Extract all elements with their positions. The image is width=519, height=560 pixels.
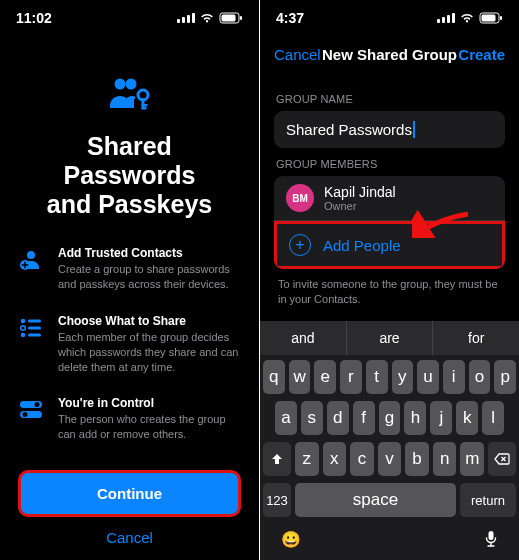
cancel-button[interactable]: Cancel: [18, 517, 241, 560]
shared-passwords-hero-icon: [18, 76, 241, 114]
cellular-icon: [177, 13, 195, 23]
key-l[interactable]: l: [482, 401, 504, 435]
member-role: Owner: [324, 200, 493, 212]
key-i[interactable]: i: [443, 360, 465, 394]
feature-desc: Each member of the group decides which p…: [58, 330, 241, 375]
svg-rect-22: [482, 15, 496, 22]
member-name: Kapil Jindal: [324, 184, 493, 200]
svg-point-15: [21, 333, 26, 338]
status-bar: 4:37: [260, 0, 519, 36]
wifi-icon: [199, 12, 215, 24]
cellular-icon: [437, 13, 455, 23]
member-row[interactable]: BM Kapil Jindal Owner: [274, 176, 505, 221]
svg-rect-14: [28, 326, 41, 329]
new-group-screen: 4:37 Cancel New Shared Group Create GROU…: [260, 0, 519, 560]
svg-point-20: [23, 412, 28, 417]
status-indicators: [437, 12, 503, 24]
backspace-key[interactable]: [488, 442, 516, 476]
nav-bar: Cancel New Shared Group Create: [260, 36, 519, 73]
add-people-button[interactable]: + Add People: [274, 221, 505, 269]
suggestion-bar: and are for: [260, 321, 519, 355]
wifi-icon: [459, 12, 475, 24]
svg-rect-23: [500, 16, 502, 20]
svg-point-9: [27, 251, 35, 259]
key-s[interactable]: s: [301, 401, 323, 435]
key-o[interactable]: o: [469, 360, 491, 394]
key-z[interactable]: z: [295, 442, 319, 476]
nav-cancel-button[interactable]: Cancel: [274, 46, 321, 63]
group-name-input[interactable]: Shared Passwords: [274, 111, 505, 148]
invite-footnote: To invite someone to the group, they mus…: [278, 277, 501, 307]
toggles-icon: [18, 396, 44, 422]
status-indicators: [177, 12, 243, 24]
emoji-key[interactable]: 😀: [281, 530, 301, 552]
key-j[interactable]: j: [430, 401, 452, 435]
continue-button[interactable]: Continue: [18, 470, 241, 517]
members-card: BM Kapil Jindal Owner + Add People: [274, 176, 505, 269]
avatar: BM: [286, 184, 314, 212]
key-y[interactable]: y: [392, 360, 414, 394]
key-row-1: q w e r t y u i o p: [263, 360, 516, 394]
status-bar: 11:02: [0, 0, 259, 36]
status-time: 11:02: [16, 10, 52, 26]
plus-icon: +: [289, 234, 311, 256]
intro-screen: 11:02 Shared Passwords and Passkeys Add …: [0, 0, 260, 560]
key-row-3: z x c v b n m: [263, 442, 516, 476]
feature-title: You're in Control: [58, 396, 241, 410]
key-n[interactable]: n: [433, 442, 457, 476]
key-r[interactable]: r: [340, 360, 362, 394]
shift-key[interactable]: [263, 442, 291, 476]
key-g[interactable]: g: [379, 401, 401, 435]
key-v[interactable]: v: [378, 442, 402, 476]
svg-rect-24: [489, 531, 494, 540]
key-a[interactable]: a: [275, 401, 297, 435]
svg-point-11: [21, 319, 26, 324]
numbers-key[interactable]: 123: [263, 483, 291, 517]
key-row-4: 123 space return: [263, 483, 516, 517]
status-time: 4:37: [276, 10, 304, 26]
suggestion[interactable]: and: [260, 321, 347, 355]
space-key[interactable]: space: [295, 483, 456, 517]
svg-rect-2: [240, 16, 242, 20]
key-t[interactable]: t: [366, 360, 388, 394]
svg-rect-1: [222, 15, 236, 22]
feature-in-control: You're in Control The person who creates…: [18, 396, 241, 442]
svg-point-4: [125, 79, 136, 90]
svg-point-3: [114, 79, 125, 90]
nav-create-button[interactable]: Create: [458, 46, 505, 63]
keyboard: and are for q w e r t y u i o p a: [260, 321, 519, 560]
svg-point-18: [35, 402, 40, 407]
key-k[interactable]: k: [456, 401, 478, 435]
add-people-label: Add People: [323, 237, 401, 254]
svg-rect-16: [28, 333, 41, 336]
key-f[interactable]: f: [353, 401, 375, 435]
add-contact-icon: [18, 246, 44, 272]
key-q[interactable]: q: [263, 360, 285, 394]
suggestion[interactable]: for: [433, 321, 519, 355]
key-d[interactable]: d: [327, 401, 349, 435]
key-u[interactable]: u: [417, 360, 439, 394]
suggestion[interactable]: are: [347, 321, 434, 355]
feature-desc: The person who creates the group can add…: [58, 412, 241, 442]
key-b[interactable]: b: [405, 442, 429, 476]
feature-choose-share: Choose What to Share Each member of the …: [18, 314, 241, 375]
feature-desc: Create a group to share passwords and pa…: [58, 262, 241, 292]
key-m[interactable]: m: [460, 442, 484, 476]
dictation-key[interactable]: [484, 530, 498, 552]
svg-point-13: [21, 326, 26, 331]
svg-rect-8: [141, 107, 146, 110]
battery-icon: [219, 12, 243, 24]
key-c[interactable]: c: [350, 442, 374, 476]
return-key[interactable]: return: [460, 483, 516, 517]
list-choice-icon: [18, 314, 44, 340]
key-p[interactable]: p: [494, 360, 516, 394]
key-e[interactable]: e: [314, 360, 336, 394]
key-h[interactable]: h: [404, 401, 426, 435]
key-row-2: a s d f g h j k l: [263, 401, 516, 435]
feature-title: Choose What to Share: [58, 314, 241, 328]
keyboard-footer: 😀: [263, 524, 516, 556]
group-name-label: GROUP NAME: [276, 93, 503, 105]
feature-trusted-contacts: Add Trusted Contacts Create a group to s…: [18, 246, 241, 292]
key-x[interactable]: x: [323, 442, 347, 476]
key-w[interactable]: w: [289, 360, 311, 394]
